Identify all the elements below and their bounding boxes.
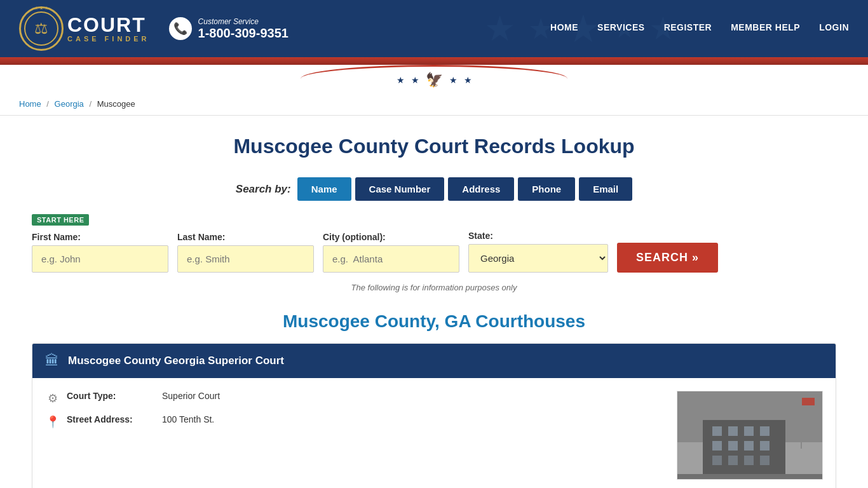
breadcrumb: Home / Georgia / Muscogee [0,93,868,116]
nav-login[interactable]: LOGIN [819,22,849,35]
customer-service: 📞 Customer Service 1-800-309-9351 [169,17,288,41]
tab-case-number[interactable]: Case Number [355,177,445,201]
first-name-input[interactable] [32,245,168,273]
eagle-star-4: ★ [464,75,472,85]
courthouse-details: ⚙ Court Type: Superior Court 📍 Street Ad… [45,391,677,480]
svg-rect-13 [744,456,754,465]
city-label: City (optional): [323,232,459,242]
state-group: State: Georgia Alabama Alaska Arizona Ar… [468,231,608,273]
main-content: Muscogee County Court Records Lookup Sea… [0,116,868,488]
tab-address[interactable]: Address [448,177,514,201]
svg-rect-7 [712,441,722,451]
courthouse-body: ⚙ Court Type: Superior Court 📍 Street Ad… [32,378,836,488]
search-fields-row: First Name: Last Name: City (optional): … [32,231,836,273]
logo-emblem: ★ ★ ★ ⚖ [24,11,58,46]
svg-rect-9 [744,441,754,451]
courthouse-image [677,391,823,480]
search-by-label: Search by: [236,183,291,196]
address-value: 100 Tenth St. [162,414,214,424]
eagle-symbol: 🦅 [426,72,443,88]
address-icon: 📍 [45,415,60,429]
courthouse-card: 🏛 Muscogee County Georgia Superior Court… [32,343,836,488]
svg-rect-14 [760,456,770,465]
svg-rect-8 [728,441,738,451]
last-name-label: Last Name: [177,232,314,242]
site-header: ★ ★ ★ ★ ★ ★ ★ ★ ⚖ COURT CASE FINDER [0,0,868,57]
svg-rect-4 [728,426,738,436]
svg-rect-10 [760,441,770,451]
red-banner [0,57,868,65]
start-here-badge: START HERE [32,214,89,226]
tab-email[interactable]: Email [579,177,632,201]
tab-name[interactable]: Name [297,177,351,201]
search-form: START HERE First Name: Last Name: City (… [32,214,836,273]
first-name-group: First Name: [32,232,168,273]
logo-circle: ★ ★ ★ ⚖ [19,6,64,51]
search-by-row: Search by: Name Case Number Address Phon… [32,177,836,201]
breadcrumb-sep-1: / [46,99,49,109]
logo[interactable]: ★ ★ ★ ⚖ COURT CASE FINDER [19,6,150,51]
logo-case-finder-text: CASE FINDER [67,35,150,43]
last-name-group: Last Name: [177,232,314,273]
court-type-label: Court Type: [67,391,156,401]
state-select[interactable]: Georgia Alabama Alaska Arizona Arkansas … [468,244,608,273]
eagle-banner: ★ ★ 🦅 ★ ★ [0,65,868,93]
page-title: Muscogee County Court Records Lookup [32,135,836,158]
phone-icon: 📞 [169,17,192,40]
courthouse-icon: 🏛 [45,353,59,369]
address-label: Street Address: [67,414,156,424]
courthouse-header: 🏛 Muscogee County Georgia Superior Court [32,344,836,378]
breadcrumb-georgia[interactable]: Georgia [55,99,84,109]
court-type-row: ⚙ Court Type: Superior Court [45,391,677,405]
nav-member-help[interactable]: MEMBER HELP [731,22,800,35]
courthouse-name-link[interactable]: Muscogee County Georgia Superior Court [68,355,284,367]
svg-rect-11 [712,456,722,465]
state-label: State: [468,231,608,241]
svg-rect-6 [760,426,770,436]
breadcrumb-home[interactable]: Home [19,99,41,109]
tab-phone[interactable]: Phone [518,177,575,201]
eagle-content: ★ ★ 🦅 ★ ★ [397,72,472,88]
svg-rect-3 [712,426,722,436]
first-name-label: First Name: [32,232,168,242]
last-name-input[interactable] [177,245,314,273]
address-row: 📍 Street Address: 100 Tenth St. [45,414,677,429]
svg-rect-17 [677,474,823,480]
logo-court-text: COURT [67,15,150,35]
info-note: The following is for information purpose… [32,283,836,292]
customer-service-text: Customer Service 1-800-309-9351 [198,17,288,41]
svg-rect-12 [728,456,738,465]
search-button[interactable]: SEARCH » [617,243,718,273]
eagle-star-2: ★ [411,75,419,85]
court-type-value: Superior Court [162,391,220,401]
city-input[interactable] [323,245,459,273]
customer-service-phone: 1-800-309-9351 [198,26,288,41]
court-type-icon: ⚙ [45,391,60,405]
city-group: City (optional): [323,232,459,273]
svg-rect-16 [802,398,815,405]
breadcrumb-current: Muscogee [97,99,135,109]
courthouses-title: Muscogee County, GA Courthouses [32,311,836,332]
logo-text: COURT CASE FINDER [67,15,150,43]
breadcrumb-sep-2: / [89,99,92,109]
svg-rect-5 [744,426,754,436]
customer-service-label: Customer Service [198,17,288,26]
eagle-star-3: ★ [449,75,458,85]
header-bg-stars: ★ ★ ★ ★ ★ [484,0,677,57]
eagle-star-1: ★ [397,75,405,85]
